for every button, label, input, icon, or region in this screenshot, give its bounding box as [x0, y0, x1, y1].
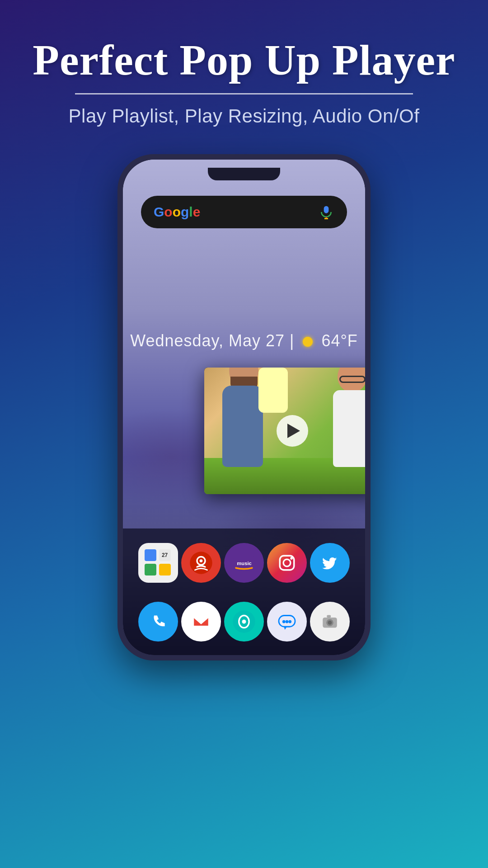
play-icon	[287, 424, 300, 438]
app-icon-instagram[interactable]	[267, 543, 307, 583]
svg-point-10	[283, 559, 291, 566]
svg-point-17	[242, 619, 246, 623]
app-icon-camera[interactable]	[310, 602, 350, 642]
weather-sun-icon	[303, 337, 313, 347]
svg-point-19	[282, 620, 286, 623]
temperature-value: 64°F	[321, 331, 357, 350]
app-icon-phone[interactable]	[138, 602, 178, 642]
play-button[interactable]	[277, 415, 308, 447]
svg-text:music: music	[237, 560, 252, 566]
svg-rect-27	[327, 615, 331, 618]
phone-screen: Google Wednesday, May 27 |	[123, 160, 365, 655]
svg-point-3	[190, 552, 212, 574]
phone-container: Google Wednesday, May 27 |	[117, 154, 371, 660]
svg-rect-0	[324, 206, 329, 213]
silhouette-woman-glasses	[339, 376, 365, 383]
app-icon-telegram[interactable]	[267, 602, 307, 642]
apps-row-1: 27	[123, 543, 365, 583]
svg-point-14	[190, 610, 212, 633]
app-icon-gmail[interactable]	[181, 602, 221, 642]
date-text: Wednesday, May 27 | 64°F	[130, 331, 358, 350]
svg-point-21	[289, 620, 292, 623]
header-section: Perfect Pop Up Player Play Playlist, Pla…	[0, 0, 488, 145]
svg-point-20	[286, 620, 289, 623]
svg-point-13	[147, 610, 169, 633]
silhouette-woman-body	[333, 390, 365, 467]
app-icon-podcast[interactable]	[181, 543, 221, 583]
date-weather-widget: Wednesday, May 27 | 64°F	[123, 331, 365, 350]
main-title: Perfect Pop Up Player	[27, 36, 461, 84]
svg-point-5	[199, 559, 202, 562]
svg-point-11	[290, 557, 293, 560]
search-bar[interactable]: Google	[141, 196, 347, 228]
date-separator: |	[290, 331, 299, 350]
popup-player[interactable]: ×	[204, 368, 365, 494]
apps-row-2	[123, 602, 365, 642]
phone-notch	[208, 168, 280, 180]
mic-icon[interactable]	[318, 202, 334, 222]
date-value: Wednesday, May 27	[130, 331, 285, 350]
popup-video-area	[204, 368, 365, 494]
title-divider	[75, 93, 413, 94]
app-icon-alexa[interactable]	[224, 602, 264, 642]
subtitle: Play Playlist, Play Resizing, Audio On/O…	[27, 105, 461, 127]
silhouette-child-body	[258, 368, 288, 413]
app-icon-twitter[interactable]	[310, 543, 350, 583]
phone-frame: Google Wednesday, May 27 |	[117, 154, 371, 660]
svg-point-26	[328, 620, 332, 624]
silhouette-man-body	[222, 386, 263, 467]
google-logo: Google	[154, 204, 200, 220]
app-icon-amazon-music[interactable]: music	[224, 543, 264, 583]
app-icon-google[interactable]: 27	[138, 543, 178, 583]
